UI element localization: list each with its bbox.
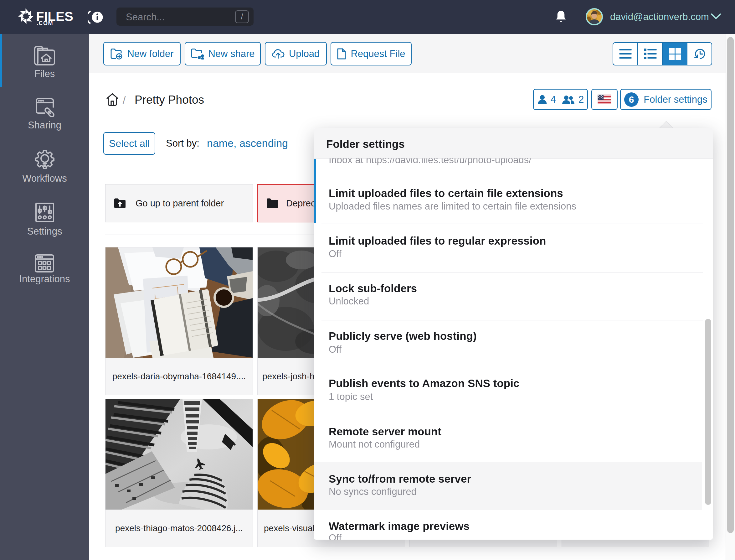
- svg-text:6: 6: [629, 94, 634, 105]
